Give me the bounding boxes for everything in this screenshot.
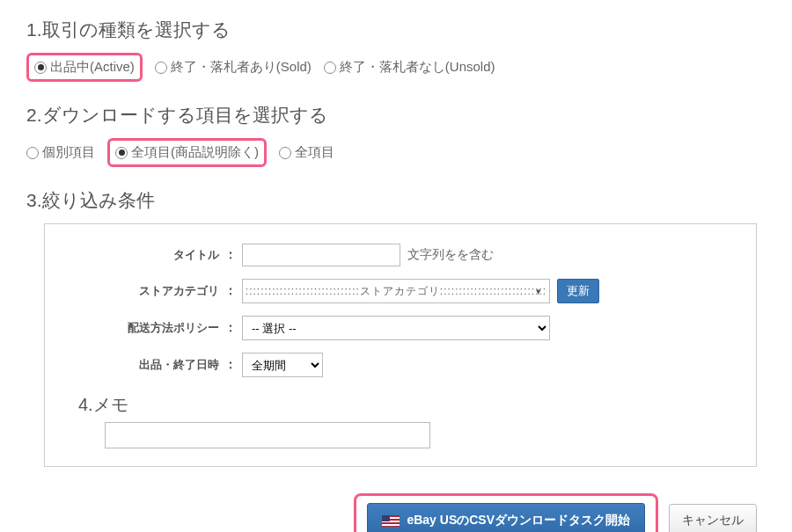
highlight-active: 出品中(Active) [26,53,143,82]
section2-title: 2.ダウンロードする項目を選択する [26,103,766,128]
label-shipping: 配送方法ポリシー [70,320,219,336]
section4-title: 4.メモ [78,393,731,417]
filter-panel: タイトル ： 文字列をを含む ストアカテゴリ ： :::::::::::::::… [44,223,757,467]
radio-icon [279,147,291,159]
primary-btn-label: eBay USのCSVダウンロードタスク開始 [407,513,630,528]
radio-sold[interactable]: 終了・落札者あり(Sold) [155,59,312,76]
radio-unsold[interactable]: 終了・落札者なし(Unsold) [324,59,495,76]
row-title: タイトル ： 文字列をを含む [70,244,731,266]
colon: ： [219,320,242,336]
radio-label: 全項目 [295,144,334,161]
radio-icon [26,147,39,159]
input-memo[interactable] [105,422,430,448]
row-shipping: 配送方法ポリシー ： -- 選択 -- [70,316,731,340]
radio-all[interactable]: 全項目 [279,144,334,161]
suffix-title: 文字列をを含む [407,247,494,263]
radio-label: 終了・落札者なし(Unsold) [340,59,495,76]
row-store-category: ストアカテゴリ ： ::::::::::::::::::::::::::::::… [70,279,731,303]
cancel-button[interactable]: キャンセル [669,504,757,532]
radio-icon [115,147,128,159]
radio-all-except-desc[interactable]: 全項目(商品説明除く) [115,144,259,161]
select-store-category[interactable]: ::::::::::::::::::::::::::::::ストアカテゴリ:::… [242,279,550,303]
radio-individual[interactable]: 個別項目 [26,144,95,161]
radio-active[interactable]: 出品中(Active) [34,59,135,76]
colon: ： [219,283,242,299]
input-title[interactable] [242,244,400,266]
row-date: 出品・終了日時 ： 全期間 [70,353,731,377]
footer-row: eBay USのCSVダウンロードタスク開始 キャンセル [26,493,766,532]
label-title: タイトル [70,247,219,263]
radio-icon [34,62,47,74]
start-download-button[interactable]: eBay USのCSVダウンロードタスク開始 [367,503,645,532]
radio-label: 全項目(商品説明除く) [131,144,259,161]
section1-title: 1.取引の種類を選択する [26,18,766,42]
colon: ： [219,357,242,373]
label-store-category: ストアカテゴリ [70,283,219,299]
highlight-primary-btn: eBay USのCSVダウンロードタスク開始 [354,493,658,532]
radio-label: 個別項目 [42,144,95,161]
label-date: 出品・終了日時 [70,357,219,373]
select-shipping[interactable]: -- 選択 -- [242,316,550,340]
colon: ： [219,247,242,263]
highlight-all-except-desc: 全項目(商品説明除く) [107,138,267,167]
radio-icon [155,62,167,74]
radio-label: 終了・落札者あり(Sold) [171,59,312,76]
section3-title: 3.絞り込み条件 [26,188,766,213]
section2-radio-row: 個別項目 全項目(商品説明除く) 全項目 [26,138,766,167]
select-date[interactable]: 全期間 [242,353,323,377]
us-flag-icon [382,515,400,527]
section1-radio-row: 出品中(Active) 終了・落札者あり(Sold) 終了・落札者なし(Unso… [26,53,766,82]
radio-icon [324,62,336,74]
update-button[interactable]: 更新 [557,279,599,303]
select-store-value: ::::::::::::::::::::::::::::::ストアカテゴリ:::… [246,284,546,299]
radio-label: 出品中(Active) [50,59,135,76]
